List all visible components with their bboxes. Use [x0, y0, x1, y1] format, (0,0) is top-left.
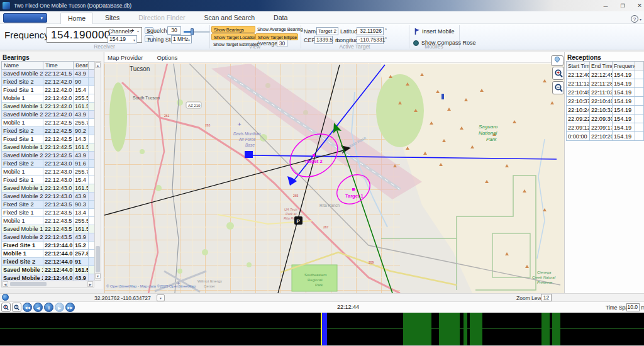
bearing-row[interactable]: Saved Mobile 122:12:43.5161.5	[2, 225, 95, 233]
bearing-row[interactable]: Saved Mobile 222:12:43.043.9	[2, 193, 95, 201]
tab-scan-and-search[interactable]: Scan and Search	[197, 13, 262, 24]
fast-forward-button[interactable]: ▶▶	[65, 303, 75, 312]
bearing-row[interactable]: Saved Mobile 222:12:42.043.9	[2, 111, 95, 119]
bearing-row[interactable]: Saved Mobile 222:12:41.543.9	[2, 70, 95, 78]
reception-row[interactable]: 22:09:1222:09:17154.19	[567, 123, 644, 132]
target-name-input[interactable]: Target 2	[316, 27, 338, 35]
coordinates-dropdown[interactable]: ▾	[157, 294, 165, 301]
timeline-zoom-in-button[interactable]	[1, 303, 11, 312]
close-button[interactable]	[633, 1, 644, 10]
file-menu-button[interactable]	[3, 13, 47, 23]
target-1-dot[interactable]	[352, 188, 355, 191]
bearings-table-wrap[interactable]: Name Time Bearing Saved Mobile 222:12:41…	[1, 61, 101, 281]
channel-remove-button[interactable]: -	[137, 28, 139, 34]
squelch-slider-thumb[interactable]	[191, 28, 194, 35]
reception-row[interactable]: 22:10:2422:10:32154.19	[567, 106, 644, 114]
col-time[interactable]: Time	[43, 62, 74, 70]
scroll-left-icon[interactable]: ◀	[3, 281, 8, 287]
minimize-button[interactable]	[599, 1, 613, 10]
reception-row[interactable]: 22:12:4022:12:45154.19	[567, 70, 644, 79]
step-backward-button[interactable]: ◀	[33, 303, 43, 312]
fast-backward-button[interactable]: ◀◀	[23, 303, 32, 312]
scroll-down-icon[interactable]: ▼	[95, 273, 101, 279]
averages-input[interactable]: 30	[277, 40, 287, 47]
col-bearing[interactable]: Bearing	[74, 62, 89, 70]
reception-row[interactable]: 22:09:2222:09:30154.19	[567, 114, 644, 123]
bearing-row[interactable]: Saved Mobile 122:12:44.0161.5	[2, 266, 95, 274]
bearing-row[interactable]: Mobile 122:12:43.0255.7	[2, 168, 95, 176]
small-flag-marker[interactable]	[441, 94, 444, 99]
reception-row[interactable]: 22:10:3722:10:40154.19	[567, 97, 644, 106]
reception-bar[interactable]	[403, 313, 431, 345]
bearing-row[interactable]: Saved Mobile 222:12:42.543.9	[2, 152, 95, 160]
target-1-label[interactable]: Target 1	[345, 193, 364, 199]
reception-bar[interactable]	[470, 313, 482, 345]
bearings-horizontal-scrollbar[interactable]: ◀ ▶	[1, 281, 94, 287]
map-canvas[interactable]: 261263265267269 Tucson South Tucson AZ 2…	[104, 64, 564, 293]
toggle-show-target-location[interactable]: Show Target Location	[211, 33, 255, 40]
options-menu[interactable]: Options	[157, 54, 178, 62]
scrollbar-thumb[interactable]	[96, 246, 100, 272]
bearing-row[interactable]: Mobile 122:12:42.0255.5	[2, 94, 95, 103]
time-span-input[interactable]: 10.0	[626, 303, 640, 311]
bearing-row[interactable]: Saved Mobile 222:12:44.043.9	[2, 274, 95, 281]
timeline-zoom-out-button[interactable]	[12, 303, 21, 312]
chevron-down-icon[interactable]: ▾	[640, 17, 641, 21]
bearing-row[interactable]: Saved Mobile 222:12:43.543.9	[2, 233, 95, 242]
bearing-row[interactable]: Fixed Site 222:12:44.091	[2, 258, 95, 266]
scroll-right-icon[interactable]: ▶	[87, 281, 93, 287]
bearing-row[interactable]: Fixed Site 122:12:43.513.4	[2, 209, 95, 217]
reception-row[interactable]: 22:11:1222:11:28154.19	[567, 79, 644, 88]
timeline-cursor-blue[interactable]	[322, 313, 327, 345]
bearing-row[interactable]: Fixed Site 122:12:42.514.3	[2, 135, 95, 143]
col-start-time[interactable]: Start Time	[567, 62, 590, 70]
target-2-label[interactable]: Target 2	[304, 159, 323, 164]
bearing-row[interactable]: Fixed Site 222:12:43.590.3	[2, 201, 95, 209]
map-zoom-in-button[interactable]	[552, 67, 564, 80]
target-2-dot[interactable]	[313, 154, 315, 157]
reception-bar[interactable]	[552, 313, 560, 345]
scrollbar-thumb[interactable]	[10, 282, 47, 286]
tab-home[interactable]: Home	[60, 13, 93, 24]
col-end-time[interactable]: End Time	[590, 62, 613, 70]
bearing-row[interactable]: Saved Mobile 122:12:42.5161.5	[2, 143, 95, 152]
bearing-row[interactable]: Saved Mobile 122:12:43.0161.5	[2, 184, 95, 193]
map-provider-menu[interactable]: Map Provider	[108, 54, 143, 62]
reception-bar[interactable]	[464, 313, 467, 345]
bearing-row[interactable]: Fixed Site 122:12:44.015.2	[2, 242, 95, 250]
play-button[interactable]: ▶	[55, 303, 64, 312]
bearing-row[interactable]: Saved Mobile 122:12:42.0161.5	[2, 103, 95, 111]
latitude-input[interactable]: 32.11926	[357, 27, 384, 35]
bearing-row[interactable]: Fixed Site 122:12:43.015.4	[2, 176, 95, 184]
toggle-show-average-bearing[interactable]: Show Average Bearing	[255, 26, 298, 33]
reception-row[interactable]: 22:10:4522:11:02154.19	[567, 88, 644, 97]
tuning-step-select[interactable]: 1 MHz	[171, 35, 192, 43]
reception-row[interactable]: 0:00:0022:10:20154.19	[567, 132, 644, 141]
pause-button[interactable]: Ⅱ	[44, 303, 53, 312]
bearing-row[interactable]: Mobile 122:12:44.0257.8	[2, 250, 95, 258]
bearing-row[interactable]: Mobile 122:12:43.5255.5	[2, 217, 95, 225]
maximize-button[interactable]	[616, 1, 630, 10]
col-name[interactable]: Name	[2, 62, 43, 70]
insert-mobile-button[interactable]: Insert Mobile	[414, 28, 455, 35]
channel-add-button[interactable]: +	[131, 28, 134, 34]
map[interactable]: 261263265267269 Tucson South Tucson AZ 2…	[104, 64, 564, 293]
tab-sites[interactable]: Sites	[98, 13, 126, 24]
reception-bar[interactable]	[541, 313, 550, 345]
reception-bar[interactable]	[439, 313, 460, 345]
col-frequency[interactable]: Frequency	[613, 62, 635, 70]
bearing-row[interactable]: Fixed Site 122:12:42.015.4	[2, 86, 95, 94]
zoom-level-input[interactable]: 12	[541, 294, 552, 301]
bearing-row[interactable]: Fixed Site 222:12:42.090	[2, 78, 95, 86]
reception-timeline[interactable]	[0, 313, 644, 345]
fixed-site-marker[interactable]	[245, 151, 253, 158]
squelch-input[interactable]: 30	[167, 26, 181, 35]
bearing-row[interactable]: Mobile 122:12:42.5255.7	[2, 119, 95, 127]
scroll-up-icon[interactable]: ▲	[95, 62, 101, 68]
bearing-row[interactable]: Fixed Site 222:12:42.590.2	[2, 127, 95, 135]
map-zoom-out-button[interactable]	[552, 81, 564, 94]
toggle-show-bearings[interactable]: Show Bearings	[211, 26, 255, 33]
bearings-vertical-scrollbar[interactable]: ▲ ▼	[94, 61, 101, 281]
bearing-row[interactable]: Fixed Site 222:12:43.091.6	[2, 160, 95, 168]
tab-data[interactable]: Data	[267, 13, 294, 24]
